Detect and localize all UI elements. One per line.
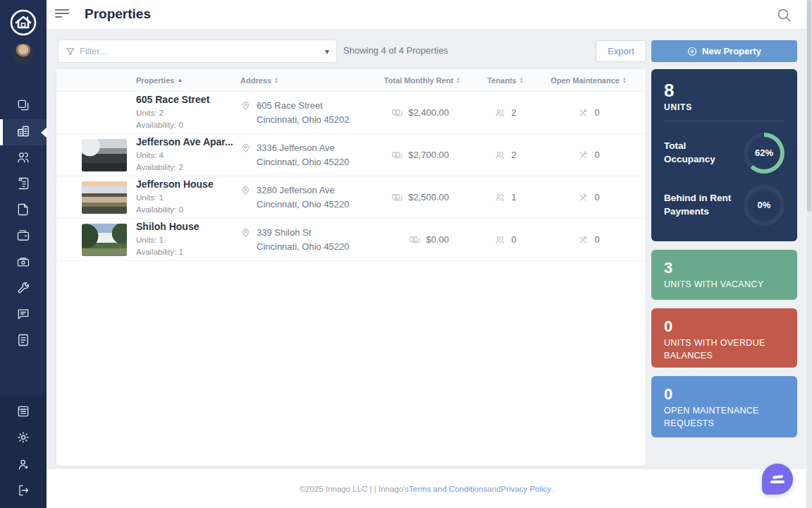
money-icon xyxy=(391,192,402,203)
property-name: 605 Race Street xyxy=(136,94,231,105)
column-header-address[interactable]: Address▲▼ xyxy=(240,76,371,85)
sidebar-item-applications[interactable] xyxy=(0,198,47,224)
open-maintenance-card[interactable]: 0 OPEN MAINTENANCE REQUESTS xyxy=(651,376,797,437)
chat-widget-button[interactable] xyxy=(762,464,793,495)
property-name: Jefferson House xyxy=(136,179,231,190)
sort-icon: ▲▼ xyxy=(519,77,524,84)
sidebar-item-tenants[interactable] xyxy=(0,145,47,171)
top-header: Properties xyxy=(47,0,806,30)
messages-icon xyxy=(16,307,30,324)
sidebar xyxy=(0,0,47,508)
property-maintenance: 0 xyxy=(546,150,631,161)
sidebar-item-wallet[interactable] xyxy=(0,224,47,250)
sort-icon: ▲▼ xyxy=(456,77,460,84)
support-icon xyxy=(16,457,30,474)
sidebar-item-maintenance[interactable] xyxy=(0,276,47,302)
overdue-card[interactable]: 0 UNITS WITH OVERDUE BALANCES xyxy=(651,308,797,368)
divider xyxy=(664,121,785,121)
property-availability: Availability: 2 xyxy=(136,162,231,174)
sidebar-item-forms[interactable] xyxy=(0,328,47,354)
export-button[interactable]: Export xyxy=(596,40,646,62)
sidebar-item-messages[interactable] xyxy=(0,302,47,328)
new-property-button[interactable]: New Property xyxy=(651,40,797,62)
sidebar-item-settings[interactable] xyxy=(0,428,47,449)
privacy-link[interactable]: Privacy Policy xyxy=(501,485,552,493)
sidebar-item-support[interactable] xyxy=(0,455,47,476)
forms-icon xyxy=(16,333,30,350)
column-header-maintenance[interactable]: Open Maintenance▲▼ xyxy=(546,76,631,85)
plus-circle-icon xyxy=(687,47,697,56)
leases-icon xyxy=(16,176,30,193)
units-count: 8 xyxy=(664,80,785,101)
column-header-rent[interactable]: Total Monthly Rent▲▼ xyxy=(380,76,465,85)
user-avatar[interactable] xyxy=(13,44,34,65)
property-address: 605 Race StreetCincinnati, Ohio 45202 xyxy=(240,99,371,126)
page-title: Properties xyxy=(85,6,151,22)
app-window: Properties ▾ Showing 4 of 4 Properties E… xyxy=(0,0,812,508)
settings-icon xyxy=(16,430,30,447)
property-tenants: 0 xyxy=(474,234,537,246)
property-maintenance: 0 xyxy=(546,234,631,246)
property-address: 3280 Jefferson AveCincinnati, Ohio 45220 xyxy=(240,183,371,211)
crossed-tools-icon xyxy=(577,107,589,119)
property-availability: Availability: 1 xyxy=(136,246,231,258)
innago-logo[interactable] xyxy=(9,8,37,37)
results-count: Showing 4 of 4 Properties xyxy=(343,45,448,56)
property-rent: $0.00 xyxy=(380,234,465,246)
sidebar-item-income[interactable] xyxy=(0,250,47,276)
tenants-icon xyxy=(494,234,505,246)
column-header-tenants[interactable]: Tenants▲▼ xyxy=(474,76,537,85)
property-maintenance: 0 xyxy=(546,107,631,119)
property-thumbnail xyxy=(82,139,127,171)
behind-rent-label: Behind in Rent Payments xyxy=(664,192,738,217)
logout-icon xyxy=(16,483,30,500)
filter-dropdown[interactable]: ▾ xyxy=(58,40,337,63)
property-units: Units: 1 xyxy=(136,234,231,246)
location-pin-icon xyxy=(240,185,251,195)
property-name: Shiloh House xyxy=(136,221,231,232)
sidebar-item-properties[interactable] xyxy=(0,119,47,145)
location-pin-icon xyxy=(240,227,251,238)
filter-input[interactable] xyxy=(80,46,325,56)
property-maintenance: 0 xyxy=(546,192,631,203)
main-content: ▾ Showing 4 of 4 Properties Export New P… xyxy=(47,30,806,469)
maintenance-icon xyxy=(16,281,30,298)
column-header-properties[interactable]: Properties▲ xyxy=(136,76,231,85)
table-row[interactable]: Shiloh House Units: 1 Availability: 1 33… xyxy=(56,219,646,261)
money-icon xyxy=(409,234,420,246)
sidebar-item-logout[interactable] xyxy=(0,481,47,502)
vacancy-card[interactable]: 3 UNITS WITH VACANCY xyxy=(651,250,797,300)
table-row[interactable]: Jefferson Ave Apar... Units: 4 Availabil… xyxy=(56,134,646,176)
income-icon xyxy=(16,255,30,272)
menu-toggle-icon[interactable] xyxy=(55,9,70,20)
sidebar-item-reports[interactable] xyxy=(0,402,47,423)
property-rent: $2,700.00 xyxy=(380,150,465,161)
crossed-tools-icon xyxy=(577,150,589,161)
property-units: Units: 4 xyxy=(136,150,231,162)
tenants-icon xyxy=(16,150,30,167)
summary-panel: 8 UNITS Total Occupancy 62% Behind in Re… xyxy=(651,69,797,446)
sidebar-item-leases[interactable] xyxy=(0,171,47,198)
property-name: Jefferson Ave Apar... xyxy=(136,136,231,147)
wallet-icon xyxy=(16,229,30,246)
reports-icon xyxy=(16,404,30,421)
table-row[interactable]: Jefferson House Units: 1 Availability: 0… xyxy=(56,176,646,219)
search-icon[interactable] xyxy=(775,6,792,23)
properties-table: Properties▲ Address▲▼ Total Monthly Rent… xyxy=(56,69,646,466)
sidebar-nav xyxy=(0,93,47,354)
property-units: Units: 2 xyxy=(136,107,231,119)
property-units: Units: 1 xyxy=(136,192,231,204)
chevron-down-icon[interactable]: ▾ xyxy=(325,47,329,56)
properties-icon xyxy=(16,124,30,141)
page-scrollbar xyxy=(806,0,812,508)
sort-asc-icon: ▲ xyxy=(177,77,183,83)
property-tenants: 2 xyxy=(474,150,537,161)
table-row[interactable]: 605 Race Street Units: 2 Availability: 0… xyxy=(56,92,646,134)
property-availability: Availability: 0 xyxy=(136,119,231,131)
scrollbar-thumb[interactable] xyxy=(807,0,811,212)
sidebar-item-dashboard[interactable] xyxy=(0,93,47,119)
property-thumbnail xyxy=(82,224,127,256)
terms-link[interactable]: Terms and Conditions xyxy=(409,485,487,493)
behind-rent-ring: 0% xyxy=(744,185,785,226)
tenants-icon xyxy=(494,107,505,119)
